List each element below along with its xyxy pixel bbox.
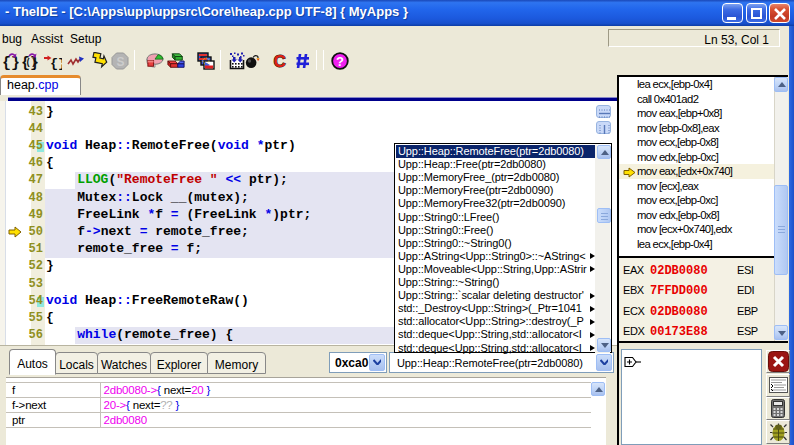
svg-text:{}: {} <box>2 55 19 70</box>
svg-text:S: S <box>117 55 125 69</box>
svg-text:{}: {} <box>50 56 62 71</box>
svg-text:?: ? <box>336 54 344 69</box>
svg-text:C: C <box>274 52 286 70</box>
svg-text:(): () <box>26 58 37 68</box>
